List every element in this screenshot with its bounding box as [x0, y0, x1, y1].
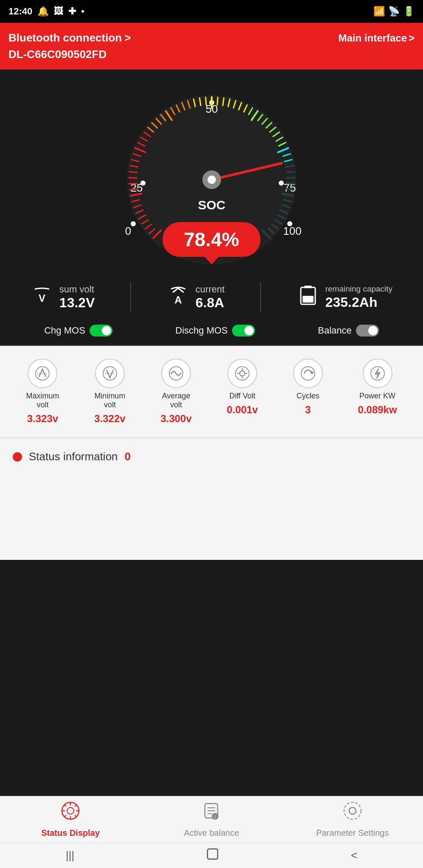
avg-volt-label: Averagevolt [162, 392, 190, 409]
header-top: Bluetooth connection > Main interface > [8, 31, 415, 45]
min-volt-label: Minimumvolt [94, 392, 125, 409]
time-display: 12:40 [8, 6, 32, 17]
cycles-label: Cycles [297, 392, 319, 401]
avg-volt-icon [161, 359, 191, 388]
gauge-dot-75 [279, 181, 284, 186]
metric-cycles: Cycles 3 [293, 359, 323, 425]
active-balance-icon: ↕ [202, 801, 221, 825]
svg-text:↕: ↕ [214, 814, 216, 820]
notification-icon: 🔔 [37, 6, 49, 17]
nav-status-display-label: Status Display [41, 828, 100, 838]
bluetooth-connection-button[interactable]: Bluetooth connection > [8, 31, 131, 45]
nav-active-balance[interactable]: ↕ Active balance [141, 801, 282, 838]
metric-avg-volt: Averagevolt 3.300v [160, 359, 191, 425]
diff-volt-value: 0.001v [227, 404, 258, 416]
gauge-dot-50 [209, 100, 214, 105]
bottom-nav: Status Display ↕ Active balance Paramete… [0, 796, 423, 843]
status-display-icon [61, 801, 80, 825]
main-interface-label: Main interface [339, 32, 407, 44]
chg-mos-label: Chg MOS [44, 325, 85, 336]
main-interface-button[interactable]: Main interface > [339, 32, 415, 44]
status-info-label: Status information [29, 450, 118, 463]
stat-divider-2 [260, 282, 261, 312]
photo-icon: 🖼 [54, 6, 63, 17]
status-bar-right: 📶 📡 🔋 [373, 6, 415, 17]
sum-volt-stat: V sum volt 13.2V [31, 284, 95, 311]
gauge-dot-25 [140, 181, 146, 186]
status-dot [13, 452, 22, 462]
device-id: DL-C66C090502FD [8, 48, 415, 61]
dischg-mos-toggle[interactable] [232, 325, 255, 337]
bluetooth-chevron: > [124, 31, 131, 45]
gauge-section: 0 25 50 75 100 [0, 70, 423, 261]
balance-item: Balance [318, 325, 379, 337]
dot-icon: • [81, 6, 84, 17]
nav-status-display[interactable]: Status Display [0, 801, 141, 838]
max-volt-value: 3.323v [27, 413, 58, 425]
mos-row: Chg MOS Dischg MOS Balance [0, 320, 423, 346]
status-info-section: Status information 0 [0, 437, 423, 475]
diff-volt-label: Diff Volt [229, 392, 255, 401]
svg-marker-97 [311, 371, 314, 374]
soc-bubble: 78.4% [162, 222, 260, 257]
nav-active-balance-label: Active balance [184, 828, 239, 838]
balance-toggle[interactable] [356, 325, 379, 337]
remaining-capacity-stat: remaining capacity 235.2Ah [297, 284, 392, 310]
remaining-capacity-text: remaining capacity 235.2Ah [325, 284, 392, 310]
metric-diff-volt: Diff Volt 0.001v [227, 359, 258, 425]
max-volt-label: Maximumvolt [26, 392, 59, 409]
soc-text-label: SOC [198, 198, 225, 212]
plus-icon: ✚ [68, 6, 76, 17]
metric-min-volt: Minimumvolt 3.322v [94, 359, 125, 425]
bluetooth-label: Bluetooth connection [8, 31, 122, 45]
svg-rect-83 [304, 286, 312, 288]
metrics-grid: Maximumvolt 3.323v Minimumvolt 3.322v [8, 354, 415, 429]
cycles-icon [293, 359, 323, 388]
battery-icon: 🔋 [403, 6, 415, 17]
status-count: 0 [125, 450, 131, 463]
svg-point-96 [301, 367, 315, 380]
stat-divider-1 [130, 282, 131, 312]
svg-rect-84 [303, 296, 314, 303]
balance-label: Balance [318, 325, 352, 336]
svg-point-100 [67, 807, 74, 814]
metrics-section: Maximumvolt 3.323v Minimumvolt 3.322v [0, 346, 423, 437]
nav-parameter-settings[interactable]: Parameter Settings [282, 801, 423, 838]
soc-percentage-value: 78.4% [162, 222, 260, 257]
svg-text:A: A [174, 294, 182, 306]
current-stat: A current 6.8A [167, 284, 224, 311]
status-bar: 12:40 🔔 🖼 ✚ • 📶 📡 🔋 [0, 0, 423, 23]
chg-mos-item: Chg MOS [44, 325, 112, 337]
svg-point-91 [240, 371, 245, 376]
cycles-value: 3 [305, 404, 311, 416]
power-kw-icon [363, 359, 392, 388]
volt-icon: V [31, 284, 53, 310]
min-volt-value: 3.322v [94, 413, 125, 425]
svg-rect-117 [207, 849, 218, 859]
android-menu-button[interactable]: ||| [66, 849, 74, 862]
power-kw-value: 0.089kw [358, 404, 397, 416]
diff-volt-icon [227, 359, 257, 388]
android-back-button[interactable]: < [351, 849, 357, 862]
soc-bubble-container: 78.4% [0, 222, 423, 257]
gauge-label-75: 75 [283, 181, 296, 194]
spacer [0, 475, 423, 560]
battery-capacity-icon [297, 284, 319, 310]
ampere-icon: A [167, 284, 190, 310]
nav-parameter-settings-label: Parameter Settings [316, 828, 389, 838]
sum-volt-text: sum volt 13.2V [59, 284, 95, 311]
power-kw-label: Power KW [359, 392, 395, 401]
signal-icon: 📡 [388, 6, 400, 17]
svg-text:V: V [39, 292, 45, 304]
dischg-mos-label: Dischg MOS [175, 325, 227, 336]
status-bar-left: 12:40 🔔 🖼 ✚ • [8, 6, 84, 17]
metric-power-kw: Power KW 0.089kw [358, 359, 397, 425]
dischg-mos-item: Dischg MOS [175, 325, 255, 337]
main-interface-chevron: > [409, 32, 415, 44]
svg-point-116 [344, 802, 361, 819]
stats-row: V sum volt 13.2V A current 6.8A [0, 274, 423, 320]
android-home-button[interactable] [206, 847, 219, 864]
chg-mos-toggle[interactable] [90, 325, 112, 337]
status-info-row: Status information 0 [13, 450, 410, 463]
android-nav-bar: ||| < [0, 843, 423, 868]
